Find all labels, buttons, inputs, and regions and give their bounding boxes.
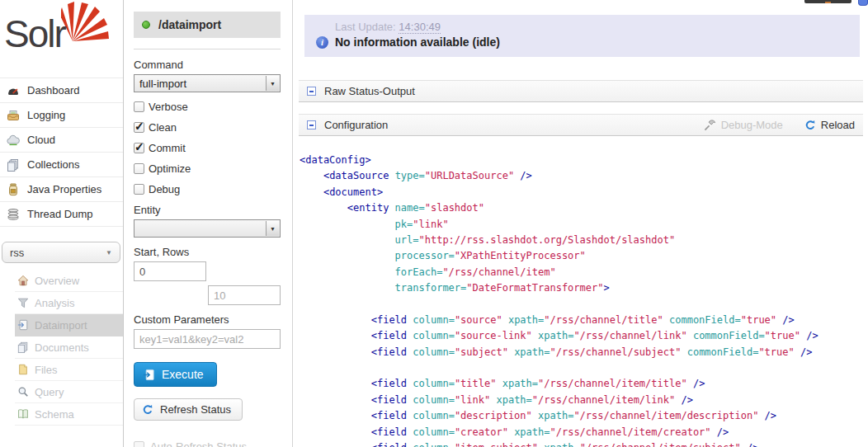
reload-button[interactable]: Reload	[804, 119, 855, 131]
checkbox-row-commit[interactable]: Commit	[134, 142, 281, 154]
sidebar-item-query[interactable]: Query	[15, 381, 123, 403]
last-update-time: 14:30:49	[399, 21, 441, 34]
code-line: <field column="source-link" xpath="/rss/…	[300, 328, 868, 344]
collapse-icon[interactable]	[307, 87, 316, 96]
section-raw-status-output[interactable]: Raw Status-Output	[299, 80, 863, 102]
sidebar-item-dashboard[interactable]: Dashboard	[0, 78, 123, 103]
checkbox-clean[interactable]	[134, 122, 144, 133]
sidebar-item-logging[interactable]: Logging	[0, 103, 123, 128]
browser-artifact-dark	[804, 0, 851, 3]
checkbox-row-clean[interactable]: Clean	[134, 121, 281, 134]
checkbox-commit[interactable]	[134, 143, 144, 153]
solr-admin-app: Solr DashboardLoggingCloudCollectionsJav…	[0, 0, 868, 447]
core-selector[interactable]: rss ▼	[2, 242, 120, 263]
sidebar-item-label: Schema	[35, 408, 74, 421]
execute-button[interactable]: Execute	[134, 362, 217, 387]
entity-select[interactable]: ▼	[134, 219, 281, 238]
sidebar-item-label: Logging	[27, 109, 65, 121]
checkbox-optimize[interactable]	[134, 163, 144, 174]
sidebar-item-java-properties[interactable]: Java Properties	[0, 177, 123, 202]
auto-refresh-row[interactable]: Auto-Refresh Status	[134, 440, 281, 447]
core-nav: OverviewAnalysisDataimportDocumentsFiles…	[0, 270, 123, 426]
sidebar-item-collections[interactable]: Collections	[0, 153, 123, 177]
checkbox-row-verbose[interactable]: Verbose	[134, 101, 281, 113]
section-configuration[interactable]: Configuration Debug-Mode Reload	[299, 114, 863, 136]
custom-parameters-label: Custom Parameters	[134, 313, 281, 326]
sidebar-item-label: Dashboard	[27, 84, 80, 96]
entity-label: Entity	[134, 204, 281, 216]
code-line	[300, 360, 868, 376]
sidebar-item-documents[interactable]: Documents	[15, 336, 123, 359]
solr-logo[interactable]: Solr	[0, 0, 123, 71]
last-update-label: Last Update:	[335, 21, 396, 33]
checkbox-row-optimize[interactable]: Optimize	[134, 162, 281, 175]
auto-refresh-checkbox[interactable]	[134, 441, 144, 447]
configuration-actions: Debug-Mode Reload	[704, 119, 855, 131]
code-line: <field column="creator" xpath="/rss/chan…	[300, 425, 868, 440]
checkbox-label: Optimize	[149, 162, 191, 175]
sidebar: Solr DashboardLoggingCloudCollectionsJav…	[0, 0, 124, 447]
checkbox-verbose[interactable]	[134, 101, 144, 112]
code-line: <field column="link" xpath="/rss/channel…	[300, 393, 868, 408]
sidebar-item-label: Files	[35, 364, 57, 376]
checkbox-row-debug[interactable]: Debug	[134, 183, 281, 195]
code-line: <dataConfig>	[300, 153, 868, 168]
status-dot-icon	[142, 21, 150, 29]
sidebar-item-label: Overview	[35, 275, 79, 287]
caret-down-icon: ▼	[106, 249, 112, 256]
browser-artifact-blue	[858, 0, 868, 6]
config-xml: <dataConfig> <dataSource type="URLDataSo…	[293, 136, 868, 447]
code-line: pk="link"	[300, 217, 868, 233]
sidebar-item-label: Query	[35, 386, 64, 398]
sidebar-item-label: Java Properties	[27, 183, 101, 195]
solr-logo-text: Solr	[4, 12, 65, 56]
command-select[interactable]: full-import ▼	[134, 74, 281, 92]
schema-icon	[17, 408, 29, 420]
collections-icon	[7, 158, 20, 172]
cloud-icon	[7, 134, 20, 147]
start-rows-label: Start, Rows	[134, 246, 281, 258]
debug-mode-label: Debug-Mode	[721, 119, 783, 131]
sidebar-item-cloud[interactable]: Cloud	[0, 128, 123, 153]
dropdown-arrow-icon[interactable]: ▼	[266, 76, 279, 91]
thread-dump-icon	[7, 208, 20, 221]
sidebar-item-label: Cloud	[27, 134, 55, 146]
refresh-status-button[interactable]: Refresh Status	[134, 398, 243, 421]
sidebar-item-dataimport[interactable]: Dataimport	[15, 314, 123, 336]
rows-input[interactable]	[208, 285, 281, 305]
main-nav: DashboardLoggingCloudCollectionsJava Pro…	[0, 78, 123, 227]
code-line: <field column="source" xpath="/rss/chann…	[300, 313, 868, 328]
dropdown-arrow-icon[interactable]: ▼	[266, 221, 279, 236]
code-line: <field column="description" xpath="/rss/…	[300, 408, 868, 424]
code-line: <entity name="slashdot"	[300, 200, 868, 216]
status-line: i No information available (idle)	[316, 35, 848, 49]
overview-icon	[17, 275, 29, 286]
collapse-icon[interactable]	[307, 120, 316, 129]
status-message: No information available (idle)	[335, 35, 500, 49]
checkbox-debug[interactable]	[134, 184, 144, 195]
sidebar-item-files[interactable]: Files	[15, 359, 123, 381]
code-line: <field column="item-subject" xpath="/rss…	[300, 440, 868, 447]
custom-parameters-input[interactable]	[134, 329, 281, 349]
code-line: <dataSource type="URLDataSource" />	[300, 168, 868, 184]
handler-name: /dataimport	[158, 18, 221, 31]
start-input[interactable]	[134, 261, 206, 281]
sidebar-item-schema[interactable]: Schema	[15, 403, 123, 426]
divider	[134, 49, 281, 49]
checkbox-label: Clean	[149, 121, 177, 134]
checkbox-label: Commit	[149, 142, 186, 154]
debug-mode-button[interactable]: Debug-Mode	[704, 119, 783, 131]
sidebar-item-label: Analysis	[35, 297, 74, 309]
code-line: transformer="DateFormatTransformer">	[300, 280, 868, 296]
sidebar-item-label: Thread Dump	[27, 208, 92, 220]
code-line	[300, 297, 868, 313]
files-icon	[17, 364, 29, 375]
documents-icon	[17, 341, 29, 353]
sidebar-item-overview[interactable]: Overview	[15, 270, 123, 292]
checkbox-label: Debug	[149, 183, 180, 195]
info-icon: i	[316, 36, 328, 49]
sidebar-item-thread-dump[interactable]: Thread Dump	[0, 202, 123, 227]
code-line: <field column="title" xpath="/rss/channe…	[300, 376, 868, 392]
sidebar-item-analysis[interactable]: Analysis	[15, 292, 123, 314]
code-line: url="http://rss.slashdot.org/Slashdot/sl…	[300, 233, 868, 248]
